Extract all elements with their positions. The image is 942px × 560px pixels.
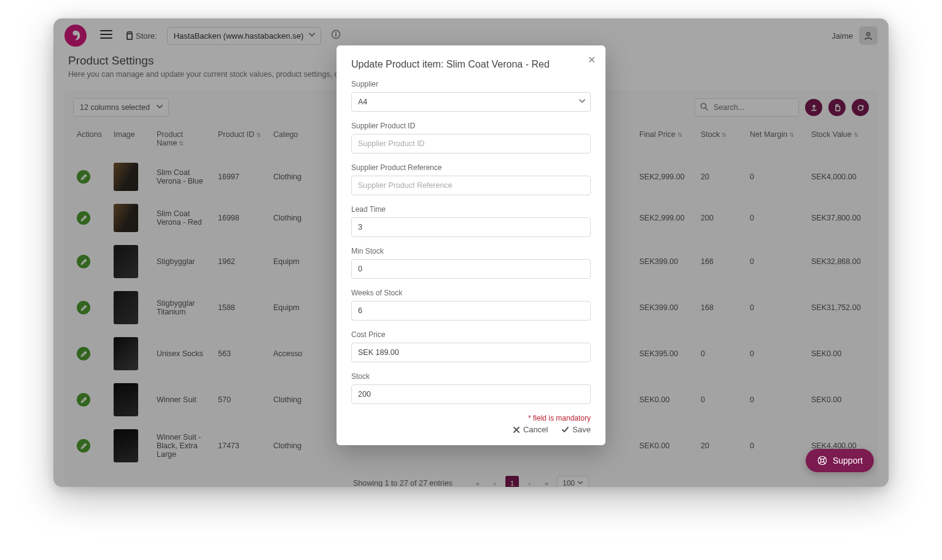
supplier-select[interactable]: A4: [351, 92, 591, 112]
app-window: Store: HastaBacken (www.hastabacken.se) …: [53, 18, 889, 487]
stock-label: Stock: [351, 372, 591, 381]
modal-actions: Cancel Save: [351, 425, 591, 434]
modal-close-button[interactable]: ✕: [588, 55, 596, 65]
svg-point-5: [820, 459, 823, 462]
cost-price-label: Cost Price: [351, 330, 591, 339]
min-stock-input[interactable]: [351, 259, 591, 279]
weeks-input[interactable]: [351, 301, 591, 321]
weeks-label: Weeks of Stock: [351, 289, 591, 297]
chevron-down-icon: [578, 98, 586, 107]
field-lead-time: Lead Time: [351, 205, 591, 237]
field-weeks-of-stock: Weeks of Stock: [351, 289, 591, 321]
cost-price-input[interactable]: [351, 343, 591, 362]
lead-time-input[interactable]: [351, 217, 591, 237]
support-button[interactable]: Support: [806, 449, 874, 472]
field-supplier: Supplier A4: [351, 80, 591, 112]
supplier-pid-input[interactable]: [351, 134, 591, 154]
field-cost-price: Cost Price: [351, 330, 591, 362]
supplier-ref-input[interactable]: [351, 176, 591, 195]
support-label: Support: [833, 456, 863, 465]
min-stock-label: Min Stock: [351, 247, 591, 255]
close-icon: [513, 426, 520, 434]
field-supplier-product-id: Supplier Product ID: [351, 122, 591, 154]
check-icon: [561, 426, 569, 434]
supplier-ref-label: Supplier Product Reference: [351, 163, 591, 172]
supplier-value: A4: [358, 98, 367, 106]
lead-time-label: Lead Time: [351, 205, 591, 214]
stock-input[interactable]: [351, 384, 591, 404]
cancel-button[interactable]: Cancel: [513, 425, 548, 434]
update-product-modal: ✕ Update Product item: Slim Coat Verona …: [337, 45, 605, 445]
save-button[interactable]: Save: [561, 425, 591, 434]
modal-title: Update Product item: Slim Coat Verona - …: [351, 59, 591, 70]
field-min-stock: Min Stock: [351, 247, 591, 279]
mandatory-note: * field is mandatory: [351, 414, 591, 422]
field-stock: Stock: [351, 372, 591, 404]
supplier-label: Supplier: [351, 80, 591, 88]
field-supplier-reference: Supplier Product Reference: [351, 163, 591, 195]
support-icon: [817, 455, 828, 466]
supplier-pid-label: Supplier Product ID: [351, 122, 591, 130]
